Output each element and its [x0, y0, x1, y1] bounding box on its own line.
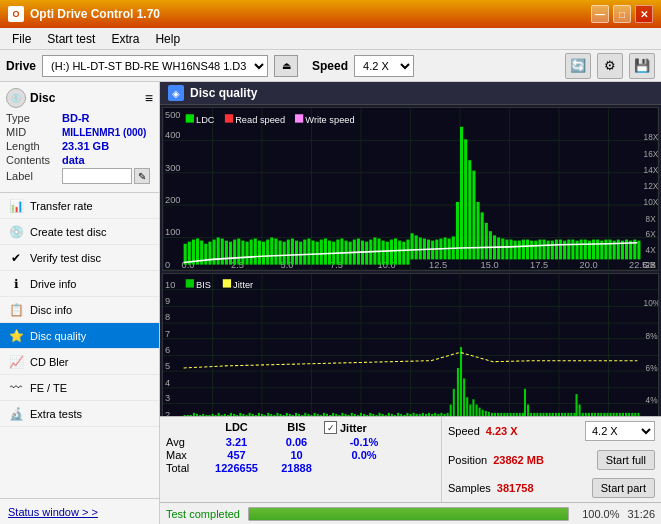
sidebar-item-drive-info[interactable]: ℹ Drive info	[0, 271, 159, 297]
svg-rect-136	[567, 240, 570, 260]
menu-start-test[interactable]: Start test	[39, 30, 103, 48]
svg-rect-76	[320, 240, 323, 265]
svg-rect-97	[406, 240, 409, 265]
svg-text:8: 8	[165, 312, 170, 322]
svg-rect-353	[186, 279, 194, 287]
status-window-toggle[interactable]: Status window > >	[0, 498, 159, 524]
svg-rect-303	[488, 412, 490, 416]
svg-rect-295	[447, 413, 449, 416]
svg-rect-278	[409, 414, 411, 416]
svg-text:6%: 6%	[646, 363, 658, 373]
svg-rect-334	[582, 413, 584, 416]
svg-rect-233	[270, 414, 272, 416]
stats-total-jitter	[324, 462, 404, 474]
sidebar-item-extra-tests[interactable]: 🔬 Extra tests	[0, 401, 159, 427]
speed-dropdown[interactable]: 4.2 X	[585, 421, 655, 441]
svg-rect-119	[497, 237, 500, 259]
svg-rect-65	[274, 239, 277, 265]
svg-text:Write speed: Write speed	[305, 115, 354, 125]
svg-rect-104	[415, 235, 418, 259]
extra-tests-icon: 🔬	[8, 406, 24, 422]
create-test-disc-icon: 💿	[8, 224, 24, 240]
svg-rect-288	[425, 414, 427, 416]
start-part-button[interactable]: Start part	[592, 478, 655, 498]
sidebar-item-cd-bler[interactable]: 📈 CD Bler	[0, 349, 159, 375]
svg-rect-130	[543, 240, 546, 260]
svg-rect-54	[229, 242, 232, 265]
stats-right: Speed 4.23 X 4.2 X Position 23862 MB Sta…	[441, 417, 661, 502]
svg-rect-61	[258, 241, 261, 265]
sidebar-item-disc-quality[interactable]: ⭐ Disc quality	[0, 323, 159, 349]
toolbar: Drive (H:) HL-DT-ST BD-RE WH16NS48 1.D3 …	[0, 50, 661, 82]
save-button[interactable]: 💾	[629, 53, 655, 79]
svg-rect-265	[369, 413, 371, 416]
menu-bar: File Start test Extra Help	[0, 28, 661, 50]
maximize-button[interactable]: □	[613, 5, 631, 23]
sidebar-item-disc-info[interactable]: 📋 Disc info	[0, 297, 159, 323]
speed-label: Speed	[312, 59, 348, 73]
svg-rect-284	[413, 413, 415, 416]
sidebar-item-fe-te[interactable]: 〰 FE / TE	[0, 375, 159, 401]
svg-rect-344	[613, 413, 615, 416]
window-controls[interactable]: — □ ✕	[591, 5, 653, 23]
svg-rect-346	[619, 413, 621, 416]
disc-mid-value: MILLENMR1 (000)	[62, 127, 146, 138]
svg-rect-277	[406, 413, 408, 416]
sidebar-item-verify-test-disc[interactable]: ✔ Verify test disc	[0, 245, 159, 271]
sidebar-item-transfer-rate[interactable]: 📊 Transfer rate	[0, 193, 159, 219]
svg-rect-313	[506, 413, 508, 416]
disc-label-input[interactable]	[62, 168, 132, 184]
svg-rect-72	[303, 240, 306, 265]
svg-rect-245	[307, 414, 309, 416]
svg-rect-253	[332, 413, 334, 416]
svg-rect-219	[227, 415, 229, 416]
jitter-checkbox[interactable]: ✓	[324, 421, 337, 434]
close-button[interactable]: ✕	[635, 5, 653, 23]
menu-help[interactable]: Help	[147, 30, 188, 48]
title-bar: O Opti Drive Control 1.70 — □ ✕	[0, 0, 661, 28]
disc-quality-header: ◈ Disc quality	[160, 82, 661, 105]
sidebar-item-create-test-disc[interactable]: 💿 Create test disc	[0, 219, 159, 245]
disc-options-button[interactable]: ≡	[145, 90, 153, 106]
svg-rect-55	[233, 240, 236, 265]
svg-rect-96	[402, 242, 405, 265]
svg-text:8%: 8%	[646, 331, 658, 341]
refresh-button[interactable]: 🔄	[565, 53, 591, 79]
nav-items: 📊 Transfer rate 💿 Create test disc ✔ Ver…	[0, 193, 159, 498]
fe-te-icon: 〰	[8, 380, 24, 396]
svg-text:LDC: LDC	[196, 115, 215, 125]
menu-file[interactable]: File	[4, 30, 39, 48]
svg-rect-282	[466, 397, 468, 416]
disc-contents-value: data	[62, 154, 85, 166]
transfer-rate-icon: 📊	[8, 198, 24, 214]
svg-text:16X: 16X	[644, 149, 658, 159]
svg-rect-108	[431, 241, 434, 260]
svg-rect-299	[475, 404, 477, 416]
disc-type-row: Type BD-R	[6, 112, 153, 124]
svg-rect-238	[286, 413, 288, 416]
progress-percentage: 100.0%	[577, 508, 619, 520]
svg-rect-62	[262, 242, 265, 265]
drive-select[interactable]: (H:) HL-DT-ST BD-RE WH16NS48 1.D3	[42, 55, 268, 77]
svg-rect-337	[591, 413, 593, 416]
charts-container: 0 100 200 300 400 500 0.0 2.5 5.0 7.5 10…	[160, 105, 661, 416]
sidebar-item-label-drive-info: Drive info	[30, 278, 76, 290]
svg-rect-153	[637, 241, 640, 260]
svg-rect-351	[634, 413, 636, 416]
svg-rect-211	[202, 414, 204, 416]
svg-rect-268	[379, 413, 381, 416]
speed-select[interactable]: 4.2 X	[354, 55, 414, 77]
svg-rect-335	[585, 413, 587, 416]
start-full-button[interactable]: Start full	[597, 450, 655, 470]
svg-rect-310	[579, 404, 581, 416]
svg-rect-330	[564, 413, 566, 416]
svg-rect-127	[530, 241, 533, 260]
svg-rect-66	[279, 241, 282, 265]
disc-label-label: Label	[6, 170, 62, 182]
eject-button[interactable]: ⏏	[274, 55, 298, 77]
minimize-button[interactable]: —	[591, 5, 609, 23]
menu-extra[interactable]: Extra	[103, 30, 147, 48]
svg-rect-145	[604, 240, 607, 260]
settings-button[interactable]: ⚙	[597, 53, 623, 79]
disc-label-button[interactable]: ✎	[134, 168, 150, 184]
